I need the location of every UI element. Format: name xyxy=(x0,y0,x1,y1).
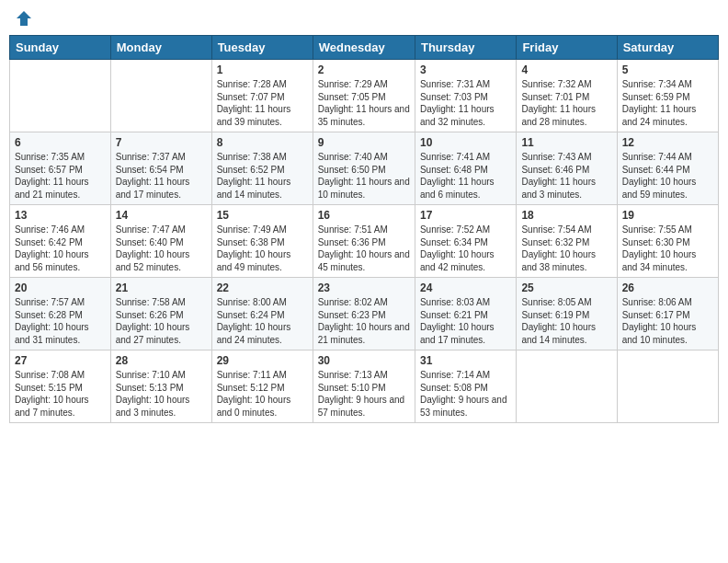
day-number: 6 xyxy=(15,136,106,149)
calendar-cell xyxy=(617,350,718,423)
calendar-cell: 18Sunrise: 7:54 AM Sunset: 6:32 PM Dayli… xyxy=(517,205,617,278)
calendar-cell: 9Sunrise: 7:40 AM Sunset: 6:50 PM Daylig… xyxy=(313,132,415,205)
calendar-cell: 12Sunrise: 7:44 AM Sunset: 6:44 PM Dayli… xyxy=(617,132,718,205)
weekday-header-saturday: Saturday xyxy=(617,36,718,60)
cell-content: Sunrise: 7:43 AM Sunset: 6:46 PM Dayligh… xyxy=(521,151,611,201)
cell-content: Sunrise: 7:29 AM Sunset: 7:05 PM Dayligh… xyxy=(318,78,410,128)
week-row-2: 6Sunrise: 7:35 AM Sunset: 6:57 PM Daylig… xyxy=(10,132,719,205)
calendar-cell: 21Sunrise: 7:58 AM Sunset: 6:26 PM Dayli… xyxy=(110,278,211,350)
cell-content: Sunrise: 7:11 AM Sunset: 5:12 PM Dayligh… xyxy=(217,369,308,419)
week-row-5: 27Sunrise: 7:08 AM Sunset: 5:15 PM Dayli… xyxy=(10,350,719,423)
calendar-cell xyxy=(517,350,617,423)
cell-content: Sunrise: 7:41 AM Sunset: 6:48 PM Dayligh… xyxy=(420,151,511,201)
day-number: 28 xyxy=(116,354,207,367)
day-number: 11 xyxy=(521,136,611,149)
day-number: 16 xyxy=(318,209,410,222)
cell-content: Sunrise: 7:31 AM Sunset: 7:03 PM Dayligh… xyxy=(420,78,511,128)
cell-content: Sunrise: 7:14 AM Sunset: 5:08 PM Dayligh… xyxy=(420,369,511,419)
cell-content: Sunrise: 7:49 AM Sunset: 6:38 PM Dayligh… xyxy=(217,224,308,273)
cell-content: Sunrise: 7:35 AM Sunset: 6:57 PM Dayligh… xyxy=(15,151,106,201)
cell-content: Sunrise: 7:37 AM Sunset: 6:54 PM Dayligh… xyxy=(116,151,207,201)
day-number: 20 xyxy=(15,282,106,294)
day-number: 14 xyxy=(116,209,207,222)
cell-content: Sunrise: 8:02 AM Sunset: 6:23 PM Dayligh… xyxy=(318,296,410,346)
day-number: 21 xyxy=(116,282,207,294)
svg-marker-0 xyxy=(17,11,31,26)
calendar-cell: 11Sunrise: 7:43 AM Sunset: 6:46 PM Dayli… xyxy=(517,132,617,205)
cell-content: Sunrise: 7:47 AM Sunset: 6:40 PM Dayligh… xyxy=(116,224,207,273)
day-number: 7 xyxy=(116,136,207,149)
calendar-cell: 30Sunrise: 7:13 AM Sunset: 5:10 PM Dayli… xyxy=(313,350,415,423)
cell-content: Sunrise: 7:08 AM Sunset: 5:15 PM Dayligh… xyxy=(15,369,106,419)
calendar-cell: 6Sunrise: 7:35 AM Sunset: 6:57 PM Daylig… xyxy=(10,132,111,205)
cell-content: Sunrise: 7:44 AM Sunset: 6:44 PM Dayligh… xyxy=(622,151,713,201)
calendar-cell: 22Sunrise: 8:00 AM Sunset: 6:24 PM Dayli… xyxy=(211,278,313,350)
cell-content: Sunrise: 7:52 AM Sunset: 6:34 PM Dayligh… xyxy=(420,224,511,273)
cell-content: Sunrise: 7:34 AM Sunset: 6:59 PM Dayligh… xyxy=(622,78,713,128)
cell-content: Sunrise: 7:10 AM Sunset: 5:13 PM Dayligh… xyxy=(116,369,207,419)
day-number: 30 xyxy=(318,354,410,367)
calendar-cell: 4Sunrise: 7:32 AM Sunset: 7:01 PM Daylig… xyxy=(517,60,617,132)
weekday-header-monday: Monday xyxy=(110,36,211,60)
day-number: 27 xyxy=(15,354,106,367)
logo-icon xyxy=(15,9,33,28)
cell-content: Sunrise: 7:58 AM Sunset: 6:26 PM Dayligh… xyxy=(116,296,207,346)
calendar-cell: 16Sunrise: 7:51 AM Sunset: 6:36 PM Dayli… xyxy=(313,205,415,278)
week-row-4: 20Sunrise: 7:57 AM Sunset: 6:28 PM Dayli… xyxy=(10,278,719,350)
day-number: 17 xyxy=(420,209,511,222)
cell-content: Sunrise: 8:00 AM Sunset: 6:24 PM Dayligh… xyxy=(217,296,308,346)
cell-content: Sunrise: 8:03 AM Sunset: 6:21 PM Dayligh… xyxy=(420,296,511,346)
day-number: 26 xyxy=(622,282,713,294)
calendar-cell: 15Sunrise: 7:49 AM Sunset: 6:38 PM Dayli… xyxy=(211,205,313,278)
cell-content: Sunrise: 7:13 AM Sunset: 5:10 PM Dayligh… xyxy=(318,369,410,419)
day-number: 3 xyxy=(420,63,511,76)
cell-content: Sunrise: 8:05 AM Sunset: 6:19 PM Dayligh… xyxy=(521,296,611,346)
cell-content: Sunrise: 7:51 AM Sunset: 6:36 PM Dayligh… xyxy=(318,224,410,273)
calendar-cell: 2Sunrise: 7:29 AM Sunset: 7:05 PM Daylig… xyxy=(313,60,415,132)
calendar-cell: 13Sunrise: 7:46 AM Sunset: 6:42 PM Dayli… xyxy=(10,205,111,278)
calendar-cell: 29Sunrise: 7:11 AM Sunset: 5:12 PM Dayli… xyxy=(211,350,313,423)
day-number: 9 xyxy=(318,136,410,149)
cell-content: Sunrise: 7:46 AM Sunset: 6:42 PM Dayligh… xyxy=(15,224,106,273)
page-header xyxy=(9,9,719,28)
day-number: 2 xyxy=(318,63,410,76)
logo xyxy=(13,9,33,28)
calendar-cell: 3Sunrise: 7:31 AM Sunset: 7:03 PM Daylig… xyxy=(415,60,516,132)
weekday-header-sunday: Sunday xyxy=(10,36,111,60)
day-number: 10 xyxy=(420,136,511,149)
calendar-cell: 26Sunrise: 8:06 AM Sunset: 6:17 PM Dayli… xyxy=(617,278,718,350)
calendar-cell: 17Sunrise: 7:52 AM Sunset: 6:34 PM Dayli… xyxy=(415,205,516,278)
day-number: 18 xyxy=(521,209,611,222)
cell-content: Sunrise: 7:38 AM Sunset: 6:52 PM Dayligh… xyxy=(217,151,308,201)
cell-content: Sunrise: 7:55 AM Sunset: 6:30 PM Dayligh… xyxy=(622,224,713,273)
calendar-cell: 7Sunrise: 7:37 AM Sunset: 6:54 PM Daylig… xyxy=(110,132,211,205)
calendar-cell: 19Sunrise: 7:55 AM Sunset: 6:30 PM Dayli… xyxy=(617,205,718,278)
day-number: 13 xyxy=(15,209,106,222)
week-row-1: 1Sunrise: 7:28 AM Sunset: 7:07 PM Daylig… xyxy=(10,60,719,132)
day-number: 25 xyxy=(521,282,611,294)
day-number: 29 xyxy=(217,354,308,367)
weekday-header-wednesday: Wednesday xyxy=(313,36,415,60)
day-number: 24 xyxy=(420,282,511,294)
calendar-cell: 28Sunrise: 7:10 AM Sunset: 5:13 PM Dayli… xyxy=(110,350,211,423)
cell-content: Sunrise: 7:28 AM Sunset: 7:07 PM Dayligh… xyxy=(217,78,308,128)
cell-content: Sunrise: 7:57 AM Sunset: 6:28 PM Dayligh… xyxy=(15,296,106,346)
cell-content: Sunrise: 7:32 AM Sunset: 7:01 PM Dayligh… xyxy=(521,78,611,128)
weekday-header-friday: Friday xyxy=(517,36,617,60)
calendar-cell: 23Sunrise: 8:02 AM Sunset: 6:23 PM Dayli… xyxy=(313,278,415,350)
calendar-cell: 8Sunrise: 7:38 AM Sunset: 6:52 PM Daylig… xyxy=(211,132,313,205)
day-number: 31 xyxy=(420,354,511,367)
week-row-3: 13Sunrise: 7:46 AM Sunset: 6:42 PM Dayli… xyxy=(10,205,719,278)
day-number: 8 xyxy=(217,136,308,149)
calendar-cell xyxy=(10,60,111,132)
calendar-cell xyxy=(110,60,211,132)
day-number: 22 xyxy=(217,282,308,294)
calendar-cell: 31Sunrise: 7:14 AM Sunset: 5:08 PM Dayli… xyxy=(415,350,516,423)
cell-content: Sunrise: 8:06 AM Sunset: 6:17 PM Dayligh… xyxy=(622,296,713,346)
day-number: 23 xyxy=(318,282,410,294)
calendar-cell: 24Sunrise: 8:03 AM Sunset: 6:21 PM Dayli… xyxy=(415,278,516,350)
day-number: 12 xyxy=(622,136,713,149)
calendar-cell: 10Sunrise: 7:41 AM Sunset: 6:48 PM Dayli… xyxy=(415,132,516,205)
cell-content: Sunrise: 7:40 AM Sunset: 6:50 PM Dayligh… xyxy=(318,151,410,201)
calendar-cell: 14Sunrise: 7:47 AM Sunset: 6:40 PM Dayli… xyxy=(110,205,211,278)
